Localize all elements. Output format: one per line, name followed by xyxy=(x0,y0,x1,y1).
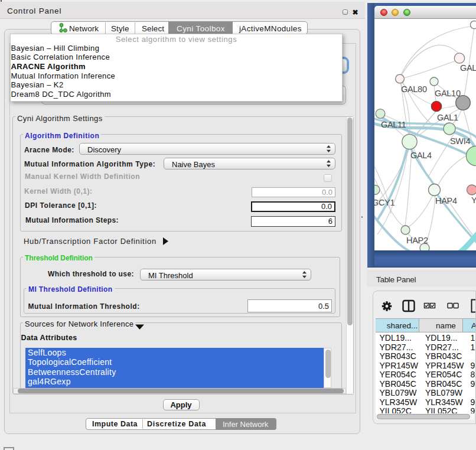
svg-text:GAL4: GAL4 xyxy=(410,151,432,160)
svg-text:SWI4: SWI4 xyxy=(450,136,470,146)
svg-text:GAL10: GAL10 xyxy=(435,89,461,98)
svg-text:HAP4: HAP4 xyxy=(435,196,457,206)
svg-text:Y: Y xyxy=(471,195,476,205)
svg-text:GAL1: GAL1 xyxy=(437,113,458,122)
svg-text:GCY1: GCY1 xyxy=(374,198,395,207)
svg-text:GAL2: GAL2 xyxy=(460,63,476,73)
svg-text:GAL80: GAL80 xyxy=(401,84,427,94)
svg-text:HAP2: HAP2 xyxy=(406,236,428,245)
svg-text:GAL11: GAL11 xyxy=(381,120,406,129)
